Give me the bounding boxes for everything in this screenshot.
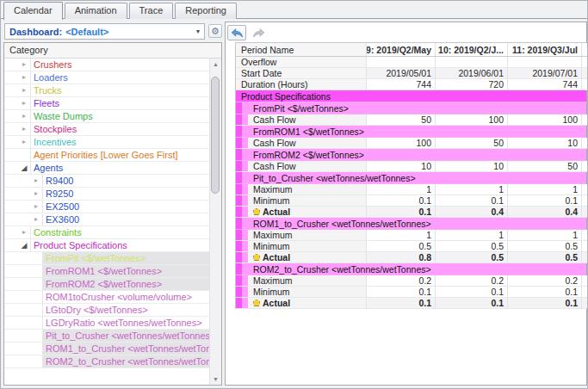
cell-value[interactable]: 0.5 (435, 241, 507, 252)
tree-item-r9400[interactable]: ▸R9400 (4, 175, 210, 188)
tree-item-crushers[interactable]: ▸Crushers (4, 59, 210, 71)
dashboard-selector[interactable]: Dashboard: <Default> ▾ (4, 23, 205, 40)
cell-value[interactable]: 1 (507, 230, 581, 241)
tree-item-pit-to-crusher-wettonnes-wettonnes[interactable]: Pit_to_Crusher <wetTonnes/wetTonnes> (4, 330, 210, 343)
cell-value[interactable]: 2019/05/01 (366, 68, 435, 79)
cell-value[interactable]: 0.2 (435, 275, 507, 287)
tree-item-waste-dumps[interactable]: ▸Waste Dumps (4, 110, 210, 123)
cell-value[interactable]: 0.1 (507, 287, 581, 298)
cell-value[interactable] (435, 57, 507, 68)
cell-value[interactable]: 1 (435, 230, 507, 241)
cell-value[interactable]: 0.1 (366, 298, 435, 309)
tab-trace[interactable]: Trace (129, 3, 174, 19)
expand-arrow-icon[interactable]: ▸ (18, 226, 30, 238)
scrollbar-thumb[interactable] (211, 77, 220, 194)
cell-value[interactable]: 0.4 (435, 207, 507, 218)
tree-item-lgdryratio-wettonnes-wettonnes[interactable]: LGDryRatio <wetTonnes/wetTonnes> (4, 317, 210, 330)
expand-arrow-icon[interactable]: ▸ (18, 110, 30, 122)
collapse-arrow-icon[interactable]: ◢ (18, 239, 30, 251)
expand-arrow-icon[interactable]: ▸ (30, 213, 42, 225)
tree-scrollbar[interactable]: ▲ ▼ (209, 59, 221, 385)
expand-arrow-icon[interactable]: ▸ (30, 201, 42, 213)
cell-value[interactable]: 1 (366, 230, 435, 241)
tree-item-lgtodry-wettonnes[interactable]: LGtoDry <$/wetTonnes> (4, 304, 210, 317)
expand-arrow-icon[interactable]: ▸ (18, 59, 30, 71)
cell-value[interactable]: 1 (435, 184, 507, 195)
scroll-down-button[interactable]: ▼ (210, 374, 221, 385)
section-label[interactable]: Product Specifications (236, 90, 586, 102)
cell-value[interactable]: 0.5 (366, 241, 435, 252)
cell-value[interactable]: 10 (366, 161, 435, 172)
cell-value[interactable]: 0.1 (366, 207, 435, 218)
cell-value[interactable]: 0.1 (366, 195, 435, 207)
tree-item-agents[interactable]: ◢Agents (4, 162, 210, 175)
cell-value[interactable]: 720 (435, 79, 507, 90)
column-header-11-2019-q3-jul[interactable]: 11: 2019/Q3/Jul (507, 43, 581, 57)
cell-value[interactable]: 0.8 (366, 252, 435, 263)
redo-button[interactable] (249, 25, 268, 40)
tree-item-agent-priorities-lower-goes-first[interactable]: Agent Priorities [Lower Goes First] (4, 149, 210, 162)
scroll-up-button[interactable]: ▲ (210, 59, 221, 70)
cell-value[interactable] (507, 57, 581, 68)
section-label[interactable]: ROM1_to_Crusher <wetTonnes/wetTonnes> (236, 218, 586, 230)
expand-arrow-icon[interactable]: ▸ (18, 136, 30, 148)
tree-item-product-specifications[interactable]: ◢Product Specifications (4, 239, 210, 252)
tree-item-fromrom1-wettonnes[interactable]: FromROM1 <$/wetTonnes> (4, 265, 210, 278)
cell-value[interactable]: 0.4 (507, 207, 581, 218)
tree-item-trucks[interactable]: ▸Trucks (4, 84, 210, 97)
tree-item-ex3600[interactable]: ▸EX3600 (4, 213, 210, 226)
dropdown-caret-icon[interactable]: ▾ (196, 28, 200, 35)
tab-reporting[interactable]: Reporting (175, 3, 237, 19)
tree-item-rom2-to-crusher-wettonnes-wettonnes[interactable]: ROM2_to_Crusher <wetTonnes/wetTonnes> (4, 355, 210, 368)
expand-arrow-icon[interactable]: ▸ (30, 188, 42, 200)
cell-value[interactable]: 1 (366, 184, 435, 195)
cell-value[interactable]: 0.5 (435, 252, 507, 263)
collapse-arrow-icon[interactable]: ◢ (18, 162, 30, 174)
expand-arrow-icon[interactable]: ▸ (30, 175, 42, 187)
undo-button[interactable] (227, 25, 246, 40)
cell-value[interactable]: 100 (435, 114, 507, 126)
tree-item-rom1tocrusher-volume-volume[interactable]: ROM1toCrusher <volume/volume> (4, 291, 210, 304)
section-label[interactable]: FromROM2 <$/wetTonnes> (236, 149, 586, 161)
section-label[interactable]: FromPit <$/wetTonnes> (236, 102, 586, 114)
cell-value[interactable]: 0.1 (366, 287, 435, 298)
tree-item-incentives[interactable]: ▸Incentives (4, 136, 210, 149)
dashboard-settings-button[interactable]: ⚙ (208, 24, 222, 38)
cell-value[interactable]: 2019/07/01 (507, 68, 581, 79)
tree-item-fromrom2-wettonnes[interactable]: FromROM2 <$/wetTonnes> (4, 278, 210, 291)
tree-item-frompit-wettonnes[interactable]: FromPit <$/wetTonnes> (4, 252, 210, 265)
cell-value[interactable]: 744 (507, 79, 581, 90)
expand-arrow-icon[interactable]: ▸ (18, 97, 30, 109)
cell-value[interactable]: 0.1 (435, 298, 507, 309)
tree-item-constraints[interactable]: ▸Constraints (4, 226, 210, 239)
section-label[interactable]: Pit_to_Crusher <wetTonnes/wetTonnes> (236, 172, 586, 184)
column-header-10-2019-q2-j[interactable]: 10: 2019/Q2/J... (435, 43, 507, 57)
section-label[interactable]: FromROM1 <$/wetTonnes> (236, 126, 586, 138)
tab-calendar[interactable]: Calendar (3, 2, 63, 20)
tree-item-loaders[interactable]: ▸Loaders (4, 71, 210, 84)
cell-value[interactable]: 0.5 (507, 241, 581, 252)
tree-item-r9250[interactable]: ▸R9250 (4, 188, 210, 201)
section-label[interactable]: ROM2_to_Crusher <wetTonnes/wetTonnes> (236, 263, 586, 275)
cell-value[interactable]: 0.1 (435, 287, 507, 298)
column-header-period-name[interactable]: Period Name (236, 43, 366, 57)
cell-value[interactable]: 10 (435, 161, 507, 172)
expand-arrow-icon[interactable]: ▸ (18, 123, 30, 135)
cell-value[interactable]: 50 (366, 114, 435, 126)
cell-value[interactable]: 0.1 (507, 298, 581, 309)
tree-item-stockpiles[interactable]: ▸Stockpiles (4, 123, 210, 136)
cell-value[interactable]: 100 (507, 114, 581, 126)
tree-item-ex2500[interactable]: ▸EX2500 (4, 201, 210, 213)
expand-arrow-icon[interactable]: ▸ (18, 71, 30, 83)
cell-value[interactable]: 0.1 (507, 195, 581, 207)
cell-value[interactable]: 10 (507, 138, 581, 149)
tree-item-fleets[interactable]: ▸Fleets (4, 97, 210, 110)
cell-value[interactable]: 50 (435, 138, 507, 149)
cell-value[interactable]: 2019/06/01 (435, 68, 507, 79)
cell-value[interactable]: 744 (366, 79, 435, 90)
column-header-9-2019-q2-may[interactable]: 9: 2019/Q2/May (366, 43, 435, 57)
tab-animation[interactable]: Animation (65, 3, 127, 19)
cell-value[interactable]: 0.5 (507, 252, 581, 263)
tree-item-rom1-to-crusher-wettonnes-wettonnes[interactable]: ROM1_to_Crusher <wetTonnes/wetTonnes> (4, 343, 210, 355)
cell-value[interactable]: 0.2 (507, 275, 581, 287)
